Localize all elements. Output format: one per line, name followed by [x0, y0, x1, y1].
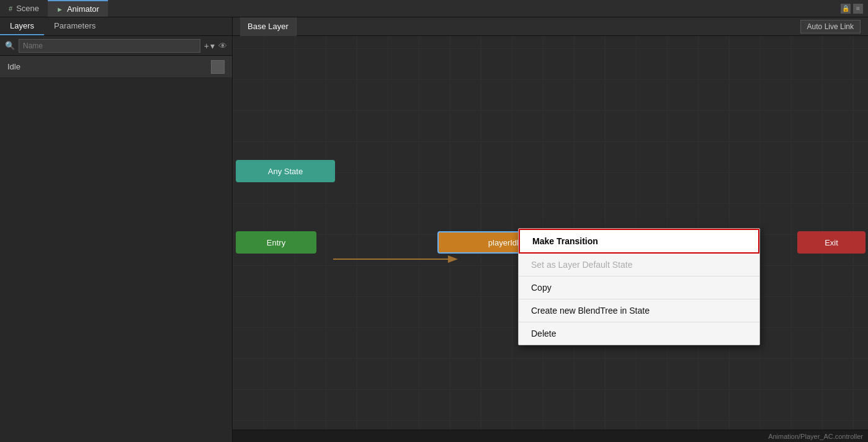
canvas-area: Base Layer Auto Live Link Any State Entr…	[233, 17, 868, 442]
scene-icon: #	[9, 5, 12, 12]
node-entry[interactable]: Entry	[236, 231, 316, 254]
context-menu-item-set-default: Set as Layer Default State	[519, 254, 759, 276]
search-input[interactable]	[19, 39, 200, 53]
context-menu-item-delete[interactable]: Delete	[519, 322, 759, 345]
animator-icon: ►	[56, 6, 63, 13]
panel-toolbar: 🔍 + ▾ 👁	[0, 36, 232, 56]
context-menu-item-make-transition[interactable]: Make Transition	[519, 229, 759, 254]
auto-live-link-button[interactable]: Auto Live Link	[800, 20, 861, 33]
search-icon: 🔍	[5, 41, 15, 50]
visibility-toggle[interactable]: 👁	[218, 41, 227, 51]
node-any-state[interactable]: Any State	[236, 160, 335, 182]
add-layer-button[interactable]: + ▾	[204, 41, 215, 51]
context-menu: Make Transition Set as Layer Default Sta…	[518, 228, 760, 345]
status-bar: Animation/Player_AC.controller	[233, 430, 868, 442]
status-path: Animation/Player_AC.controller	[768, 433, 863, 440]
tab-scene[interactable]: # Scene	[0, 0, 48, 17]
layer-name: Idle	[7, 62, 211, 71]
node-exit[interactable]: Exit	[797, 231, 866, 254]
tab-animator[interactable]: ► Animator	[48, 0, 108, 17]
left-panel: Layers Parameters 🔍 + ▾ 👁 Idle	[0, 17, 233, 442]
top-tab-bar: # Scene ► Animator 🔒 ≡	[0, 0, 868, 17]
lock-button[interactable]: 🔒	[841, 4, 851, 14]
window-controls: 🔒 ≡	[841, 4, 868, 14]
context-menu-item-copy[interactable]: Copy	[519, 276, 759, 299]
breadcrumb-base-layer[interactable]: Base Layer	[240, 17, 297, 36]
main-layout: Layers Parameters 🔍 + ▾ 👁 Idle Base Laye…	[0, 17, 868, 442]
panel-tabs: Layers Parameters	[0, 17, 232, 36]
layer-item-idle[interactable]: Idle	[0, 56, 232, 78]
tab-parameters[interactable]: Parameters	[44, 17, 105, 35]
menu-button[interactable]: ≡	[853, 4, 863, 14]
canvas-topbar: Base Layer Auto Live Link	[233, 17, 868, 36]
layer-weight-box[interactable]	[211, 60, 225, 74]
context-menu-item-create-blend-tree[interactable]: Create new BlendTree in State	[519, 299, 759, 322]
tab-layers[interactable]: Layers	[0, 17, 44, 35]
